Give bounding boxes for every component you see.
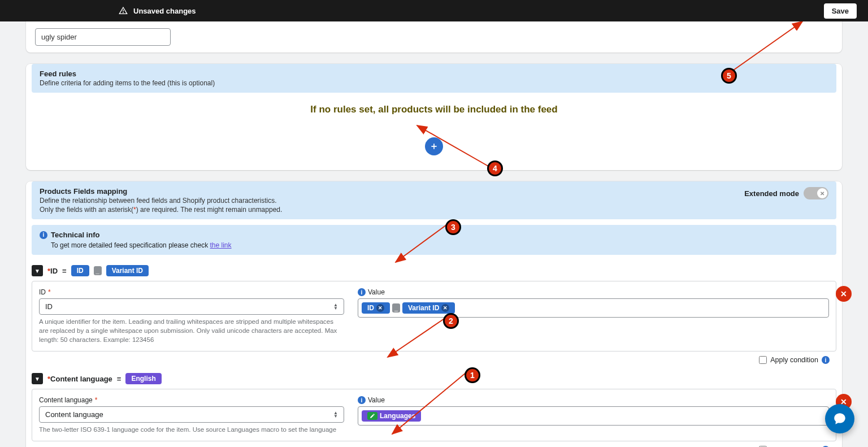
annotation-marker-5: 5: [721, 68, 737, 84]
apply-condition-label: Apply condition: [770, 356, 818, 364]
feed-rules-sub: Define criteria for adding items to the …: [40, 79, 828, 87]
tech-info-link[interactable]: the link: [210, 241, 232, 249]
id-value-input[interactable]: ID✕ _ Variant ID✕: [358, 298, 829, 318]
tech-info-title: Technical info: [51, 231, 99, 239]
variant-id-tag: Variant ID: [106, 265, 149, 276]
feed-rules-header: Feed rules Define criteria for adding it…: [32, 64, 836, 93]
language-tag: English: [125, 373, 161, 384]
annotation-marker-1: 1: [465, 367, 480, 383]
chevron-updown-icon: ▲▼: [333, 411, 338, 418]
pfm-sub2: Only the fields with an asterisk(*) are …: [40, 206, 282, 214]
no-rules-message: If no rules set, all products will be in…: [26, 104, 842, 115]
products-fields-mapping-card: Products Fields mapping Define the relat…: [26, 181, 842, 447]
extended-mode-toggle[interactable]: ✕: [804, 187, 828, 199]
mapping-row-content-language: ▼ *Content language = English Content la…: [26, 368, 842, 447]
topbar: Unsaved changes Save: [0, 0, 868, 21]
annotation-marker-3: 3: [445, 219, 461, 235]
annotation-marker-4: 4: [487, 160, 503, 176]
svg-point-1: [123, 12, 124, 13]
id-help-text: A unique identifier for the item. Leadin…: [39, 317, 344, 344]
pfm-title: Products Fields mapping: [40, 187, 282, 196]
extended-mode-label: Extended mode: [744, 189, 799, 198]
mapping-row-id: ▼ *ID = ID _ Variant ID ID * ID ▲▼ A uni…: [26, 261, 842, 368]
collapse-toggle[interactable]: ▼: [32, 265, 43, 276]
feed-rules-card: Feed rules Define criteria for adding it…: [26, 64, 842, 170]
collapse-toggle[interactable]: ▼: [32, 373, 43, 384]
feed-name-input[interactable]: [35, 28, 171, 46]
annotation-marker-2: 2: [443, 313, 459, 329]
tech-info-body-text: To get more detailed feed specification …: [51, 241, 210, 249]
separator-icon: _: [94, 266, 102, 275]
lang-value-input[interactable]: Languages: [358, 406, 829, 426]
pfm-sub1: Define the relationship between feed fie…: [40, 197, 282, 205]
id-tag: ID: [71, 265, 89, 276]
warning-icon: [119, 6, 128, 15]
info-icon: i: [358, 288, 366, 296]
chat-widget-button[interactable]: [825, 404, 854, 433]
separator-icon: _: [392, 303, 400, 313]
technical-info: i Technical info To get more detailed fe…: [32, 225, 836, 255]
unsaved-changes-text: Unsaved changes: [133, 7, 196, 15]
info-icon: i: [40, 231, 47, 239]
lang-help-text: The two-letter ISO 639-1 language code f…: [39, 425, 344, 434]
lang-value-tag[interactable]: Languages: [362, 410, 421, 422]
id-field-select[interactable]: ID ▲▼: [39, 298, 344, 315]
chat-icon: [832, 411, 847, 426]
content-language-select[interactable]: Content language ▲▼: [39, 406, 344, 423]
remove-row-button[interactable]: ✕: [836, 286, 852, 302]
close-icon: ✕: [817, 188, 827, 198]
info-icon: i: [358, 396, 366, 404]
pencil-icon: [367, 412, 377, 420]
add-rule-button[interactable]: [425, 137, 443, 155]
save-button[interactable]: Save: [824, 3, 857, 19]
remove-chip-icon[interactable]: ✕: [376, 304, 384, 312]
chevron-updown-icon: ▲▼: [333, 303, 338, 310]
feed-rules-title: Feed rules: [40, 70, 828, 78]
id-value-tag-2[interactable]: Variant ID✕: [402, 302, 455, 314]
id-value-tag-1[interactable]: ID✕: [362, 302, 390, 314]
apply-condition-checkbox[interactable]: [759, 356, 767, 364]
info-icon: i: [822, 356, 830, 364]
pfm-header: Products Fields mapping Define the relat…: [32, 181, 836, 219]
remove-chip-icon[interactable]: ✕: [441, 304, 449, 312]
